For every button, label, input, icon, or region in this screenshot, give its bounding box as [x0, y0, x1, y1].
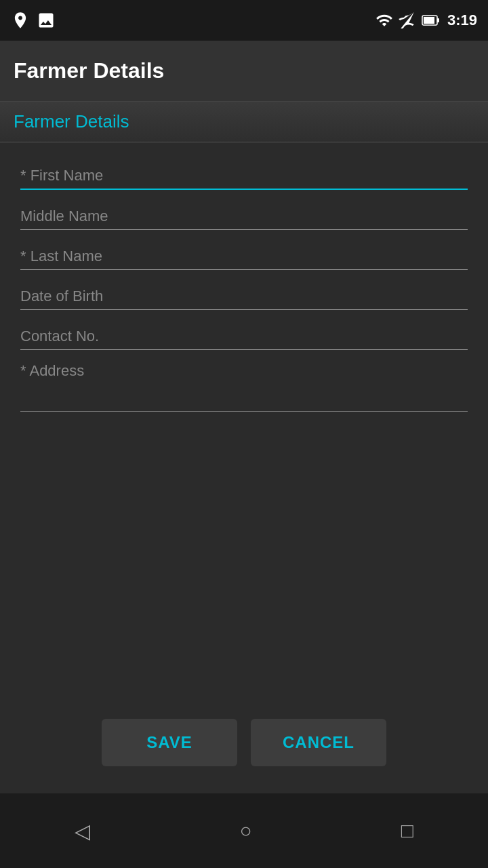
photo-icon: [37, 11, 56, 30]
back-button[interactable]: ◁: [75, 819, 90, 843]
toolbar: Farmer Details: [0, 41, 488, 102]
signal-off-icon: [399, 12, 416, 29]
middle-name-input[interactable]: [20, 202, 468, 230]
contact-field: [20, 322, 468, 350]
save-button[interactable]: SAVE: [102, 719, 237, 766]
contact-input[interactable]: [20, 322, 468, 350]
buttons-area: SAVE CANCEL: [0, 705, 488, 780]
nav-bar: ◁ ○ □: [0, 793, 488, 868]
last-name-field: [20, 242, 468, 270]
last-name-input[interactable]: [20, 242, 468, 270]
wifi-icon: [375, 12, 393, 29]
status-time: 3:19: [447, 12, 477, 29]
app-icon: [11, 11, 30, 30]
status-bar-right: 3:19: [375, 12, 477, 29]
dob-field: [20, 282, 468, 310]
recents-button[interactable]: □: [401, 819, 413, 842]
section-header-title: Farmer Details: [14, 111, 129, 132]
form-area: * Address: [0, 142, 488, 437]
first-name-input[interactable]: [20, 161, 468, 190]
address-input[interactable]: [20, 384, 468, 412]
status-bar: 3:19: [0, 0, 488, 41]
first-name-field: [20, 161, 468, 190]
home-button[interactable]: ○: [239, 819, 251, 842]
status-bar-left: [11, 11, 56, 30]
svg-rect-1: [424, 17, 434, 24]
middle-name-field: [20, 202, 468, 230]
svg-rect-2: [437, 18, 439, 22]
address-field: * Address: [20, 362, 468, 412]
battery-icon: [422, 12, 442, 29]
section-header: Farmer Details: [0, 102, 488, 142]
cancel-button[interactable]: CANCEL: [251, 719, 386, 766]
toolbar-title: Farmer Details: [14, 58, 164, 83]
address-label: * Address: [20, 362, 468, 384]
dob-input[interactable]: [20, 282, 468, 310]
